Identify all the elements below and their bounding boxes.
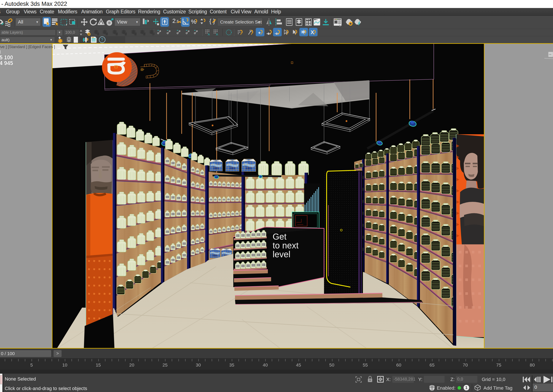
svg-text:45 100: 45 100 bbox=[0, 54, 13, 60]
svg-text:Get: Get bbox=[273, 232, 286, 241]
svg-text:A: A bbox=[216, 33, 218, 36]
svg-text:44 945: 44 945 bbox=[0, 60, 13, 66]
svg-text:l: l bbox=[0, 49, 1, 55]
svg-text:level: level bbox=[273, 250, 290, 259]
svg-text:FR: FR bbox=[549, 54, 552, 56]
svg-text:to next: to next bbox=[273, 241, 298, 250]
svg-text:X: X bbox=[311, 29, 314, 35]
svg-text:ive ] [Standard ] [Edged Fac: ive ] [Standard ] [Edged Faces ] bbox=[0, 44, 55, 49]
svg-text:A: A bbox=[208, 33, 210, 36]
svg-text:?: ? bbox=[101, 37, 103, 42]
